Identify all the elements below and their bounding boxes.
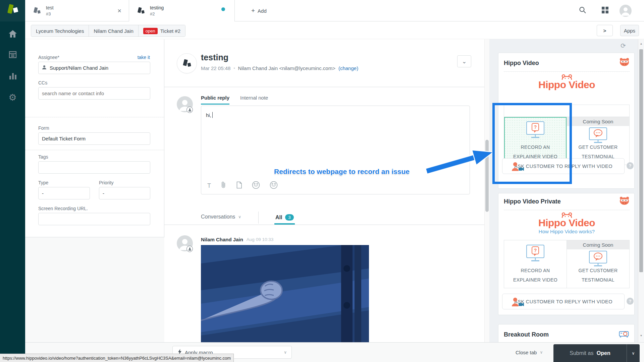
ticket-icon	[33, 6, 41, 15]
assignee-field[interactable]: Support/Nilam Chand Jain	[38, 62, 150, 74]
message-image-attachment[interactable]	[201, 245, 369, 342]
draft-text: hi,	[206, 112, 211, 118]
how-hippo-works-link[interactable]: How Hippo Video works?	[498, 229, 635, 234]
tab-all-conversations[interactable]: All 3	[274, 213, 295, 225]
chevron-right-icon: >	[603, 28, 606, 34]
type-field[interactable]: -	[38, 187, 90, 199]
conversation-scrollbar[interactable]	[484, 39, 489, 342]
projector-icon	[619, 330, 630, 339]
app-grid-button[interactable]	[599, 5, 611, 16]
message-header: Nilam Chand Jain Aug 09 10:33	[201, 237, 273, 242]
hippo-video-icon[interactable]	[252, 181, 260, 190]
ticket-icon	[137, 6, 145, 15]
attach-icon[interactable]	[221, 181, 226, 190]
ticket-date: Mar 22 05:48	[201, 65, 230, 71]
ccs-input[interactable]	[38, 87, 150, 100]
breadcrumb-ticket[interactable]: open Ticket #2	[139, 25, 185, 37]
annotation-highlight-box	[492, 103, 572, 184]
scrollbar-thumb[interactable]	[639, 49, 643, 272]
scroll-down-icon[interactable]: ▼	[638, 334, 644, 337]
help-icon[interactable]: ?	[627, 298, 634, 305]
sidebar-item-views[interactable]	[0, 48, 25, 63]
breadcrumb-bar: Lyceum Technologies Nilam Chand Jain ope…	[25, 21, 644, 39]
tags-label: Tags	[38, 154, 48, 160]
sidebar-item-reporting[interactable]	[0, 69, 25, 84]
breadcrumb-requester[interactable]: Nilam Chand Jain	[89, 25, 138, 37]
user-avatar[interactable]	[620, 5, 632, 18]
screen-recording-url-input[interactable]	[38, 213, 150, 225]
template-icon[interactable]	[236, 181, 242, 190]
refresh-apps-icon[interactable]: ⟳	[621, 42, 626, 50]
dot-separator: •	[233, 66, 235, 71]
ticket-requester: Nilam Chand Jain <nilam@lyceuminc.com>	[238, 65, 335, 71]
breadcrumb-org[interactable]: Lyceum Technologies	[31, 25, 89, 37]
product-logo[interactable]	[0, 0, 25, 21]
collapse-apps-button[interactable]: >	[597, 25, 613, 36]
chevron-down-icon: ∨	[632, 351, 635, 356]
assignee-value: Support/Nilam Chand Jain	[50, 65, 108, 71]
person-icon	[42, 65, 47, 71]
breadcrumb: Lyceum Technologies Nilam Chand Jain ope…	[31, 25, 185, 37]
vertical-divider	[258, 212, 259, 224]
priority-field[interactable]: -	[99, 187, 150, 199]
close-tab-icon[interactable]: ×	[117, 7, 121, 15]
app-window: ⚙ test #3 × testing #2 + Add	[0, 0, 644, 362]
hippo-icon	[619, 57, 630, 68]
get-customer-testimonial-card[interactable]: Coming Soon GET CUSTOMER TESTIMONIAL	[567, 117, 629, 165]
ask-button-label: ASK CUSTOMER TO REPLY WITH VIDEO	[514, 299, 612, 304]
header-collapse-button[interactable]: ⌄	[457, 55, 471, 67]
help-icon[interactable]: ?	[627, 162, 634, 169]
submit-options-caret[interactable]: ∨	[627, 344, 640, 362]
submit-button[interactable]: Submit as Open ∨	[553, 344, 640, 362]
message-avatar	[177, 235, 193, 253]
tags-input[interactable]	[38, 161, 150, 174]
apps-panel-scrollbar[interactable]: ▲ ▼	[638, 39, 644, 342]
tab-internal-note[interactable]: Internal note	[240, 95, 268, 105]
composer-editor[interactable]: hi,	[206, 112, 213, 118]
ticket-tab-testing-active[interactable]: testing #2	[129, 0, 235, 21]
all-tab-label: All	[275, 215, 282, 221]
monitor-chat-icon	[588, 127, 608, 145]
take-it-link[interactable]: take it	[138, 55, 150, 60]
ticket-header: testing Mar 22 05:48 • Nilam Chand Jain …	[164, 39, 489, 87]
hippo-video-logo: Hippo Video	[498, 74, 635, 90]
ask-customer-reply-video-button[interactable]: ASK CUSTOMER TO REPLY WITH VIDEO	[502, 294, 625, 309]
close-tab-control[interactable]: Close tab ∨	[516, 346, 543, 359]
chevron-down-icon: ⌄	[462, 58, 467, 65]
card-label-line1: GET CUSTOMER	[567, 268, 629, 273]
get-customer-testimonial-card[interactable]: Coming Soon GET CUSTOMER TESTIMONIAL	[567, 240, 629, 288]
monitor-question-icon: ?	[525, 244, 546, 264]
unsaved-dot	[221, 7, 225, 11]
ticket-avatar	[177, 53, 197, 73]
text-format-button[interactable]: T	[207, 182, 211, 189]
message-author: Nilam Chand Jain	[201, 237, 243, 242]
record-explainer-video-card[interactable]: ? RECORD AN EXPLAINER VIDEO	[504, 240, 567, 288]
app-card-title: Hippo Video	[504, 60, 539, 67]
cartoon-image	[201, 245, 369, 342]
tab-public-reply[interactable]: Public reply	[201, 95, 229, 105]
hippo-logo-text: Hippo Video	[538, 217, 595, 228]
sidebar-item-admin[interactable]: ⚙	[0, 90, 25, 105]
apps-button[interactable]: Apps	[620, 25, 639, 36]
plus-icon: +	[251, 7, 255, 14]
svg-text:?: ?	[534, 248, 537, 253]
person-camera-icon	[511, 297, 524, 308]
conversations-dropdown[interactable]: Conversations ∨	[201, 214, 241, 220]
ticket-tab-test[interactable]: test #3 ×	[25, 0, 129, 21]
add-label: Add	[258, 8, 267, 14]
sidebar-item-home[interactable]	[0, 27, 25, 42]
hippo-video-private-icon[interactable]	[270, 181, 278, 190]
chevron-down-icon: ∨	[238, 215, 241, 219]
left-sidebar: ⚙	[0, 0, 25, 362]
type-value: -	[42, 190, 44, 196]
conversations-label: Conversations	[201, 214, 235, 220]
scroll-up-icon[interactable]: ▲	[638, 42, 644, 45]
global-search-button[interactable]	[577, 5, 588, 16]
form-field[interactable]: Default Ticket Form	[38, 132, 150, 145]
change-requester-link[interactable]: (change)	[338, 65, 358, 71]
divider	[25, 117, 164, 117]
type-label: Type	[38, 180, 48, 185]
add-tab-button[interactable]: + Add	[243, 0, 275, 21]
hippo-video-logo: Hippo Video	[498, 212, 635, 229]
composer-tabs: Public reply Internal note	[201, 95, 268, 105]
